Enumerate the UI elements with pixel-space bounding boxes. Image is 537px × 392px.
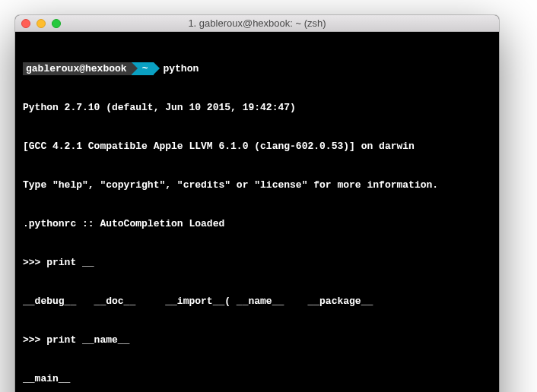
close-icon[interactable] [21, 19, 30, 28]
repl-line: >>> print __name__ [23, 334, 491, 346]
repl-line: >>> print __ [23, 256, 491, 269]
output-line: Python 2.7.10 (default, Jun 10 2015, 19:… [23, 101, 491, 114]
command-text: python [154, 62, 199, 75]
prompt-user: gableroux@hexbook [23, 62, 132, 75]
terminal-body[interactable]: gableroux@hexbook ~ python Python 2.7.10… [15, 32, 499, 392]
titlebar[interactable]: 1. gableroux@hexbook: ~ (zsh) [15, 15, 499, 32]
zoom-icon[interactable] [52, 19, 61, 28]
prompt-line: gableroux@hexbook ~ python [23, 62, 491, 75]
output-line: [GCC 4.2.1 Compatible Apple LLVM 6.1.0 (… [23, 140, 491, 153]
output-line: .pythonrc :: AutoCompletion Loaded [23, 217, 491, 230]
output-line: Type "help", "copyright", "credits" or "… [23, 179, 491, 191]
output-line: __debug__ __doc__ __import__( __name__ _… [23, 295, 491, 308]
minimize-icon[interactable] [37, 19, 46, 28]
output-line: __main__ [23, 372, 491, 385]
traffic-lights [21, 19, 61, 28]
window-title: 1. gableroux@hexbook: ~ (zsh) [21, 17, 493, 29]
terminal-window: 1. gableroux@hexbook: ~ (zsh) gableroux@… [15, 15, 499, 392]
